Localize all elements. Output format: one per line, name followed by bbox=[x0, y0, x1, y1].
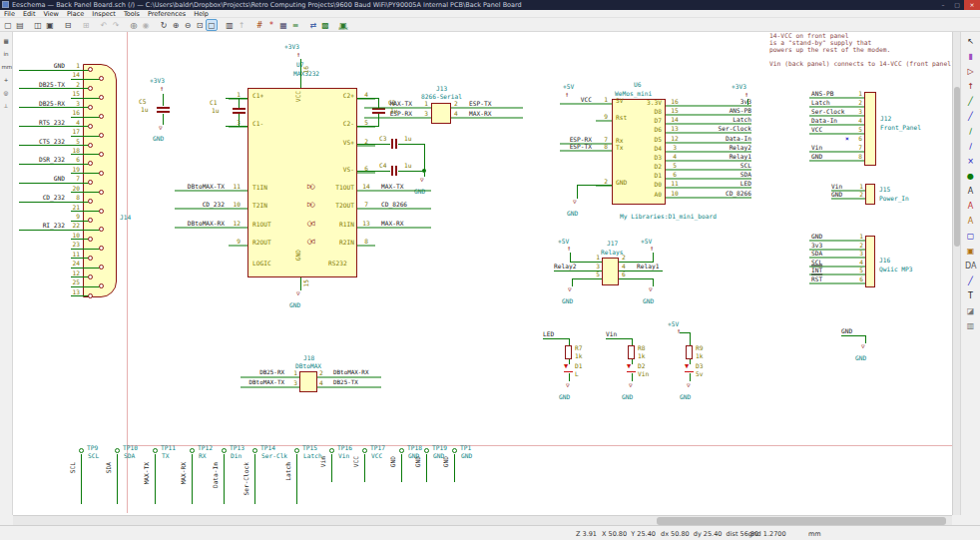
place-symbol-tool-button[interactable]: ▷ bbox=[964, 65, 977, 78]
window-title: Eeschema — Back Panel Board.sch (/) — C:… bbox=[12, 0, 522, 10]
test-point-pad-icon bbox=[329, 448, 334, 453]
navigate-hierarchy-button[interactable]: ▥ bbox=[224, 19, 236, 31]
open-schematic-button[interactable]: ▤ bbox=[14, 19, 26, 31]
global-label-tool-button[interactable]: A bbox=[964, 200, 977, 213]
assign-footprints-button[interactable]: ⇄ bbox=[307, 19, 319, 31]
wire-to-bus-entry-tool-button[interactable]: ∕ bbox=[964, 125, 977, 138]
menu-item[interactable]: Edit bbox=[19, 10, 40, 17]
right-toolbar: ↖▮▷↑╱╱∕∕×●AAA▢▣DA╱T◪▥ bbox=[960, 32, 980, 515]
menu-item[interactable]: Inspect bbox=[88, 10, 120, 17]
highlight-net-tool-button[interactable]: ▮ bbox=[964, 50, 977, 63]
import-sheet-pin-tool-button[interactable]: ▣ bbox=[964, 245, 977, 258]
units-mm-button[interactable]: mm bbox=[1, 61, 12, 72]
generate-bom-button[interactable]: ≡ bbox=[289, 19, 301, 31]
top-toolbar: ▢▤◫▣⊟⊞↶↷◎◉↻⊕⊖⊡▢▥↑#*▦≡⇄▩▣BACK bbox=[0, 18, 980, 32]
save-button[interactable]: ◫ bbox=[32, 19, 44, 31]
status-delta: dx 50.80 dy 25.40 dist 56.80 bbox=[661, 530, 758, 538]
net-label-tool-button[interactable]: A bbox=[964, 185, 977, 198]
eeschema-window: Eeschema — Back Panel Board.sch (/) — C:… bbox=[0, 0, 980, 540]
test-point-pad-icon bbox=[222, 448, 227, 453]
place-power-port-tool-button[interactable]: ↑ bbox=[964, 80, 977, 93]
menu-item[interactable]: Tools bbox=[120, 10, 144, 17]
print-button[interactable]: ⊟ bbox=[62, 19, 74, 31]
hidden-pins-toggle-button[interactable]: ◎ bbox=[1, 87, 12, 98]
menu-item[interactable]: Preferences bbox=[144, 10, 190, 17]
hv-wires-toggle-button[interactable]: ⊥ bbox=[1, 100, 12, 111]
text-tool-button[interactable]: T bbox=[964, 289, 977, 302]
menu-item[interactable]: View bbox=[39, 10, 62, 17]
undo-button[interactable]: ↶ bbox=[98, 19, 110, 31]
schematic-canvas[interactable]: 14-VCC on front panel is a "stand-by" su… bbox=[13, 32, 952, 515]
test-point-pad-icon bbox=[362, 448, 367, 453]
menu-item[interactable]: File bbox=[0, 10, 19, 17]
junction-tool-button[interactable]: ● bbox=[964, 170, 977, 183]
paste-button[interactable]: ⊞ bbox=[80, 19, 92, 31]
hierarchical-sheet-tool-button[interactable]: ▢ bbox=[964, 230, 977, 243]
close-button[interactable]: × bbox=[964, 0, 980, 10]
app-icon bbox=[2, 1, 9, 8]
test-point-pad-icon bbox=[190, 448, 195, 453]
test-point-pad-icon bbox=[79, 448, 84, 453]
minimize-button[interactable]: – bbox=[936, 0, 950, 10]
grid-toggle-button[interactable]: ▦ bbox=[1, 35, 12, 46]
place-wire-tool-button[interactable]: ╱ bbox=[964, 95, 977, 108]
refresh-view-button[interactable]: ↻ bbox=[158, 19, 170, 31]
test-point-pad-icon bbox=[294, 448, 299, 453]
status-grid: grid 1.2700 bbox=[748, 530, 786, 538]
zoom-to-selection-button[interactable]: ▢ bbox=[206, 19, 218, 31]
redo-button[interactable]: ↷ bbox=[110, 19, 122, 31]
test-point-pad-icon bbox=[252, 448, 257, 453]
no-connect-flag-tool-button[interactable]: × bbox=[964, 155, 977, 168]
menu-item[interactable]: Help bbox=[190, 10, 213, 17]
test-point-pad-icon bbox=[424, 448, 429, 453]
cursor-shape-button[interactable]: + bbox=[1, 74, 12, 85]
status-zoom-level: Z 3.91 bbox=[576, 530, 597, 538]
test-point-pad-icon bbox=[452, 448, 457, 453]
run-pcbnew-button[interactable]: ▩ bbox=[319, 19, 331, 31]
place-bus-tool-button[interactable]: ╱ bbox=[964, 110, 977, 123]
test-points: TP9 SCL SCL TP10 SDA SDA TP11 TX MAX-TX … bbox=[13, 32, 952, 515]
new-schematic-button[interactable]: ▢ bbox=[2, 19, 14, 31]
test-point-pad-icon bbox=[399, 448, 404, 453]
zoom-out-button[interactable]: ⊖ bbox=[182, 19, 194, 31]
hierarchical-label-tool-button[interactable]: A bbox=[964, 215, 977, 228]
cursor-tool-button[interactable]: ↖ bbox=[964, 35, 977, 48]
find-button[interactable]: ◎ bbox=[128, 19, 140, 31]
edit-symbol-fields-button[interactable]: ▦ bbox=[277, 19, 289, 31]
test-point-pad-icon bbox=[153, 448, 158, 453]
back-annotate-button[interactable]: ▣BACK bbox=[337, 19, 349, 31]
status-cursor-position: X 50.80 Y 25.40 bbox=[602, 530, 656, 538]
image-tool-button[interactable]: ◪ bbox=[964, 304, 977, 317]
leave-sheet-button[interactable]: ↑ bbox=[236, 19, 247, 31]
test-point-pad-icon bbox=[115, 448, 120, 453]
delete-tool-button[interactable]: ▥ bbox=[964, 319, 977, 332]
zoom-fit-button[interactable]: ⊡ bbox=[194, 19, 206, 31]
bus-to-bus-entry-tool-button[interactable]: ∕ bbox=[964, 140, 977, 153]
annotate-button[interactable]: # bbox=[253, 19, 265, 31]
status-units: mm bbox=[808, 530, 821, 538]
horizontal-scrollbar[interactable] bbox=[13, 515, 952, 525]
zoom-in-button[interactable]: ⊕ bbox=[170, 19, 182, 31]
horizontal-scrollbar-thumb[interactable] bbox=[657, 517, 946, 525]
status-bar: Z 3.91 X 50.80 Y 25.40 dx 50.80 dy 25.40… bbox=[0, 525, 980, 540]
find-replace-button[interactable]: ◉ bbox=[140, 19, 152, 31]
maximize-button[interactable]: ▢ bbox=[950, 0, 964, 10]
units-inch-button[interactable]: in bbox=[1, 48, 12, 59]
da-sheet-pin-tool-button[interactable]: DA bbox=[964, 260, 977, 272]
menu-bar: FileEditViewPlaceInspectToolsPreferences… bbox=[0, 10, 980, 18]
vertical-scrollbar[interactable] bbox=[952, 32, 960, 515]
menu-item[interactable]: Place bbox=[63, 10, 88, 17]
page-settings-button[interactable]: ▣ bbox=[44, 19, 56, 31]
graphic-line-tool-button[interactable]: ╱ bbox=[964, 274, 977, 287]
erc-button[interactable]: * bbox=[265, 19, 277, 31]
left-toolbar: ▦inmm+◎⊥ bbox=[0, 32, 13, 515]
title-bar: Eeschema — Back Panel Board.sch (/) — C:… bbox=[0, 0, 980, 10]
